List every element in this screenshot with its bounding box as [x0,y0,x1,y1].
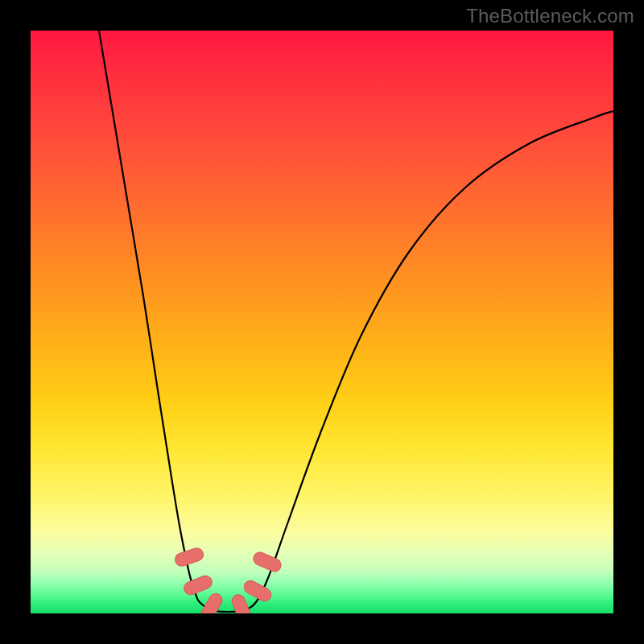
curve-marker [230,592,253,613]
chart-frame: TheBottleneck.com [0,0,644,644]
curve-marker [182,574,213,597]
curve-marker [199,591,225,613]
watermark-text: TheBottleneck.com [466,5,634,27]
bottleneck-curve [31,31,613,613]
plot-area [31,31,613,613]
curve-line [99,31,613,612]
curve-marker [173,547,204,568]
curve-marker [251,550,283,573]
